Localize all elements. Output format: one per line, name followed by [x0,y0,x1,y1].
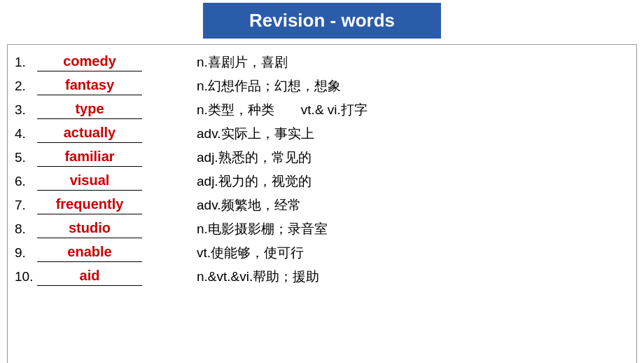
word-definition-1: n.喜剧片，喜剧 [183,50,622,74]
word-definition-4: adv.实际上，事实上 [183,122,622,146]
word-number-7: 7. [15,198,37,213]
word-definition-3: n.类型，种类 vt.& vi.打字 [183,98,622,122]
word-left-9: 9.enable [15,241,183,265]
word-term-9: enable [37,244,142,262]
word-number-9: 9. [15,245,37,261]
word-term-7: frequently [37,196,142,214]
word-left-2: 2.fantasy [15,74,183,98]
word-left-6: 6.visual [15,170,183,193]
word-number-8: 8. [15,221,37,237]
word-left-3: 3.type [15,98,183,122]
word-number-3: 3. [15,102,37,118]
main-content: 1.comedyn.喜剧片，喜剧2.fantasyn.幻想作品；幻想，想象3.t… [7,44,637,363]
word-term-4: actually [37,125,142,143]
words-grid: 1.comedyn.喜剧片，喜剧2.fantasyn.幻想作品；幻想，想象3.t… [15,50,622,289]
word-term-10: aid [37,268,142,286]
word-number-6: 6. [15,174,37,189]
word-definition-2: n.幻想作品；幻想，想象 [183,74,622,98]
word-definition-10: n.&vt.&vi.帮助；援助 [183,265,622,289]
word-left-5: 5.familiar [15,146,183,170]
word-number-1: 1. [15,55,37,70]
page-title-banner: Revision - words [0,3,644,39]
word-number-5: 5. [15,150,37,165]
word-definition-8: n.电影摄影棚；录音室 [183,217,622,241]
word-term-5: familiar [37,149,142,167]
word-left-7: 7.frequently [15,193,183,217]
word-term-1: comedy [37,53,142,71]
word-number-10: 10. [15,269,37,285]
word-term-3: type [37,101,142,119]
word-number-2: 2. [15,78,37,94]
word-term-2: fantasy [37,77,142,95]
word-left-4: 4.actually [15,122,183,146]
word-left-1: 1.comedy [15,50,183,74]
word-left-10: 10.aid [15,265,183,289]
word-definition-5: adj.熟悉的，常见的 [183,146,622,170]
word-definition-6: adj.视力的，视觉的 [183,170,622,193]
word-term-6: visual [37,172,142,191]
word-number-4: 4. [15,126,37,142]
word-term-8: studio [37,220,142,238]
word-left-8: 8.studio [15,217,183,241]
revision-title: Revision - words [203,3,441,39]
word-definition-9: vt.使能够，使可行 [183,241,622,265]
word-definition-7: adv.频繁地，经常 [183,193,622,217]
